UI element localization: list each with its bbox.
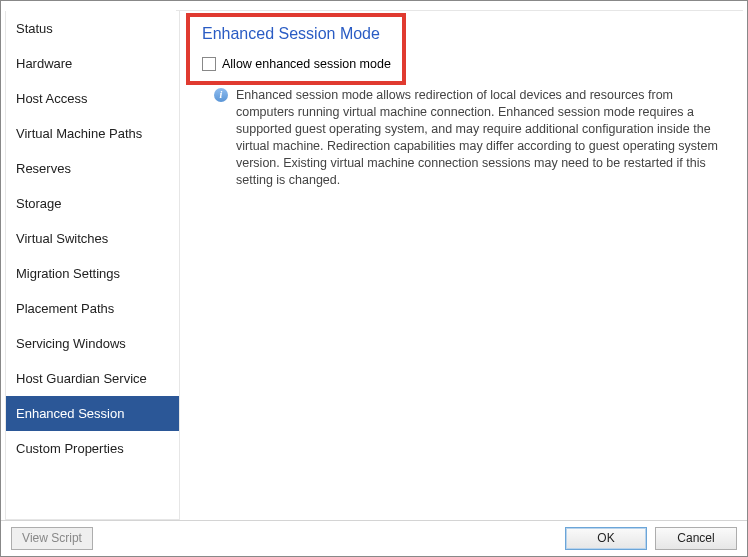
sidebar-item-virtual-machine-paths[interactable]: Virtual Machine Paths — [6, 116, 179, 151]
divider — [176, 10, 743, 11]
sidebar-item-storage[interactable]: Storage — [6, 186, 179, 221]
info-icon: i — [214, 88, 228, 102]
sidebar-item-virtual-switches[interactable]: Virtual Switches — [6, 221, 179, 256]
sidebar-item-migration-settings[interactable]: Migration Settings — [6, 256, 179, 291]
view-script-button[interactable]: View Script — [11, 527, 93, 550]
settings-dialog: StatusHardwareHost AccessVirtual Machine… — [0, 0, 748, 557]
sidebar-item-hardware[interactable]: Hardware — [6, 46, 179, 81]
ok-button[interactable]: OK — [565, 527, 647, 550]
sidebar-item-custom-properties[interactable]: Custom Properties — [6, 431, 179, 466]
allow-enhanced-session-mode-checkbox[interactable] — [202, 57, 216, 71]
sidebar-item-placement-paths[interactable]: Placement Paths — [6, 291, 179, 326]
content-pane: Enhanced Session Mode Allow enhanced ses… — [180, 11, 747, 520]
sidebar-item-status[interactable]: Status — [6, 11, 179, 46]
dialog-footer: View Script OK Cancel — [1, 520, 747, 556]
sidebar-item-host-guardian-service[interactable]: Host Guardian Service — [6, 361, 179, 396]
description-row: i Enhanced session mode allows redirecti… — [186, 87, 733, 189]
sidebar-item-enhanced-session[interactable]: Enhanced Session — [6, 396, 179, 431]
allow-enhanced-session-mode-label: Allow enhanced session mode — [222, 57, 391, 71]
sidebar-list: StatusHardwareHost AccessVirtual Machine… — [6, 11, 179, 520]
description-text: Enhanced session mode allows redirection… — [236, 87, 731, 189]
cancel-button[interactable]: Cancel — [655, 527, 737, 550]
highlighted-region: Enhanced Session Mode Allow enhanced ses… — [186, 13, 406, 85]
allow-enhanced-session-mode-row: Allow enhanced session mode — [202, 57, 402, 71]
footer-right-buttons: OK Cancel — [565, 527, 737, 550]
sidebar-item-host-access[interactable]: Host Access — [6, 81, 179, 116]
dialog-body: StatusHardwareHost AccessVirtual Machine… — [1, 11, 747, 520]
sidebar[interactable]: StatusHardwareHost AccessVirtual Machine… — [5, 11, 180, 520]
sidebar-item-servicing-windows[interactable]: Servicing Windows — [6, 326, 179, 361]
section-title: Enhanced Session Mode — [202, 25, 402, 43]
sidebar-item-reserves[interactable]: Reserves — [6, 151, 179, 186]
